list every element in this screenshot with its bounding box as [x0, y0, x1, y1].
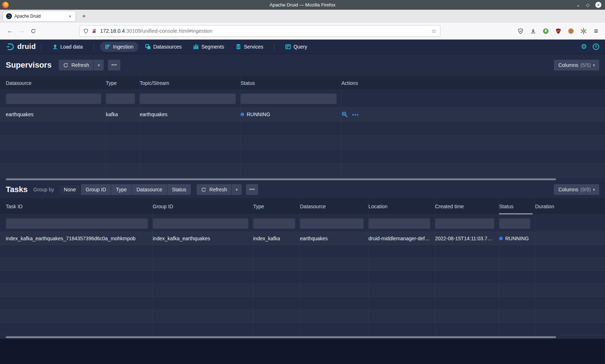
- druid-logo[interactable]: druid: [6, 42, 36, 51]
- group-by-group-id-button[interactable]: Group ID: [81, 184, 111, 195]
- task-status-filter-input[interactable]: [499, 218, 530, 229]
- header-status[interactable]: Status: [241, 76, 341, 90]
- shield-check-extension-icon[interactable]: [516, 27, 524, 35]
- supervisors-refresh-caret-button[interactable]: ▾: [94, 60, 104, 70]
- supervisors-refresh-button[interactable]: Refresh: [59, 60, 93, 70]
- type-filter-input[interactable]: [106, 93, 135, 104]
- task-row[interactable]: index_kafka_earthquakes_7184357396d6c0a_…: [0, 232, 605, 245]
- window-minimize-button[interactable]: ⌄: [576, 3, 580, 7]
- header-datasource[interactable]: Datasource: [300, 198, 368, 214]
- header-location[interactable]: Location: [368, 198, 435, 214]
- insecure-lock-icon[interactable]: [91, 28, 97, 34]
- magnify-actions-icon[interactable]: [341, 111, 348, 118]
- url-host: 172.18.0.4: [100, 28, 125, 34]
- supervisor-row[interactable]: earthquakes kafka earthquakes RUNNING ••…: [0, 108, 605, 122]
- supervisors-hscrollbar[interactable]: [0, 178, 605, 181]
- nav-item-segments[interactable]: Segments: [188, 42, 229, 52]
- supervisors-more-button[interactable]: •••: [108, 60, 120, 70]
- load-data-icon: [52, 44, 58, 50]
- status-filter-input[interactable]: [241, 93, 337, 104]
- tasks-hscrollbar[interactable]: [0, 336, 605, 339]
- task-datasource-cell: earthquakes: [300, 232, 368, 245]
- row-more-actions-icon[interactable]: •••: [352, 112, 359, 117]
- settings-gear-icon[interactable]: ⚙: [581, 43, 587, 50]
- task-id-filter-input[interactable]: [6, 218, 148, 229]
- ublock-extension-icon[interactable]: uO: [554, 27, 562, 35]
- topic-stream-filter-input[interactable]: [140, 93, 236, 104]
- nav-divider: [41, 43, 41, 50]
- datasource-filter-input[interactable]: [6, 93, 101, 104]
- url-path: :30109/unified-console.html#ingestion: [125, 28, 212, 34]
- header-topic-stream[interactable]: Topic/Stream: [140, 76, 241, 90]
- supervisors-title: Supervisors: [6, 60, 51, 70]
- group-id-filter-input[interactable]: [153, 218, 248, 229]
- druid-nav-bar: druid Load data Ingestion Datasources Se…: [0, 40, 605, 54]
- bookmark-star-icon[interactable]: ☆: [431, 28, 436, 35]
- segments-icon: [193, 44, 199, 50]
- tasks-toolbar: Tasks Group by None Group ID Type Dataso…: [0, 181, 605, 198]
- task-datasource-filter-input[interactable]: [300, 218, 364, 229]
- window-close-button[interactable]: ✕: [595, 2, 601, 8]
- task-created-time-cell: 2022-08-15T14:11:03.740Z: [435, 232, 499, 245]
- tracking-shield-icon[interactable]: [83, 28, 89, 34]
- location-filter-input[interactable]: [368, 218, 430, 229]
- tab-bar: Apache Druid × +: [0, 10, 605, 23]
- running-status-dot: [241, 113, 244, 116]
- browser-toolbar: ← → 172.18.0.4:30109/unified-console.htm…: [0, 23, 605, 40]
- header-type[interactable]: Type: [106, 76, 140, 90]
- nav-label-services: Services: [244, 44, 263, 50]
- header-status-sorted[interactable]: Status: [499, 198, 535, 214]
- reload-button[interactable]: [27, 25, 39, 37]
- new-tab-button[interactable]: +: [79, 11, 89, 21]
- group-by-status-button[interactable]: Status: [167, 184, 191, 195]
- ingestion-icon: [105, 44, 111, 50]
- nav-item-query[interactable]: Query: [281, 42, 312, 52]
- colorful-asterisk-extension-icon[interactable]: [579, 27, 587, 35]
- browser-tab[interactable]: Apache Druid ×: [3, 11, 75, 21]
- help-icon[interactable]: ?: [593, 44, 599, 50]
- refresh-label: Refresh: [209, 187, 227, 192]
- window-maximize-button[interactable]: ◇: [586, 3, 590, 7]
- group-by-none-button[interactable]: None: [59, 184, 80, 195]
- svg-text:uO: uO: [557, 29, 560, 32]
- columns-label: Columns: [558, 187, 578, 192]
- group-by-button-group: None Group ID Type Datasource Status: [59, 184, 191, 195]
- header-datasource[interactable]: Datasource: [6, 76, 106, 90]
- scrollbar-thumb[interactable]: [6, 336, 556, 338]
- back-button[interactable]: ←: [4, 25, 16, 37]
- tasks-refresh-button[interactable]: Refresh: [197, 184, 231, 195]
- nav-item-services[interactable]: Services: [231, 42, 268, 52]
- tab-close-icon[interactable]: ×: [67, 14, 72, 19]
- header-task-id[interactable]: Task ID: [6, 198, 153, 214]
- green-extension-icon[interactable]: [542, 27, 550, 35]
- nav-item-load-data[interactable]: Load data: [48, 42, 88, 52]
- header-duration[interactable]: Duration: [535, 198, 605, 214]
- tasks-refresh-caret-button[interactable]: ▾: [232, 184, 242, 195]
- tasks-header-row: Task ID Group ID Type Datasource Locatio…: [0, 198, 605, 215]
- tasks-more-button[interactable]: •••: [246, 184, 258, 195]
- menu-button[interactable]: ≡: [592, 27, 600, 35]
- refresh-icon: [63, 63, 68, 68]
- url-bar[interactable]: 172.18.0.4:30109/unified-console.html#in…: [79, 25, 440, 37]
- download-icon[interactable]: [529, 27, 537, 35]
- created-time-filter-input[interactable]: [435, 218, 494, 229]
- cookie-extension-icon[interactable]: [567, 27, 575, 35]
- supervisors-columns-button[interactable]: Columns (5/5) ▾: [554, 60, 599, 70]
- task-type-filter-input[interactable]: [253, 218, 295, 229]
- forward-button[interactable]: →: [16, 25, 27, 37]
- group-by-datasource-button[interactable]: Datasource: [132, 184, 167, 195]
- nav-item-datasources[interactable]: Datasources: [140, 42, 187, 52]
- header-type[interactable]: Type: [253, 198, 300, 214]
- status-text: RUNNING: [505, 236, 529, 241]
- scrollbar-thumb[interactable]: [6, 178, 556, 180]
- running-status-dot: [499, 237, 503, 240]
- nav-item-ingestion[interactable]: Ingestion: [100, 42, 138, 52]
- tasks-columns-button[interactable]: Columns (9/9) ▾: [554, 184, 599, 195]
- druid-logo-icon: [6, 42, 15, 51]
- group-by-type-button[interactable]: Type: [111, 184, 131, 195]
- header-group-id[interactable]: Group ID: [153, 198, 253, 214]
- supervisors-toolbar: Supervisors Refresh ▾ ••• Columns (5/5) …: [0, 54, 605, 76]
- header-created-time[interactable]: Created time: [435, 198, 499, 214]
- supervisor-type-cell: kafka: [106, 108, 140, 121]
- status-text: RUNNING: [247, 112, 270, 117]
